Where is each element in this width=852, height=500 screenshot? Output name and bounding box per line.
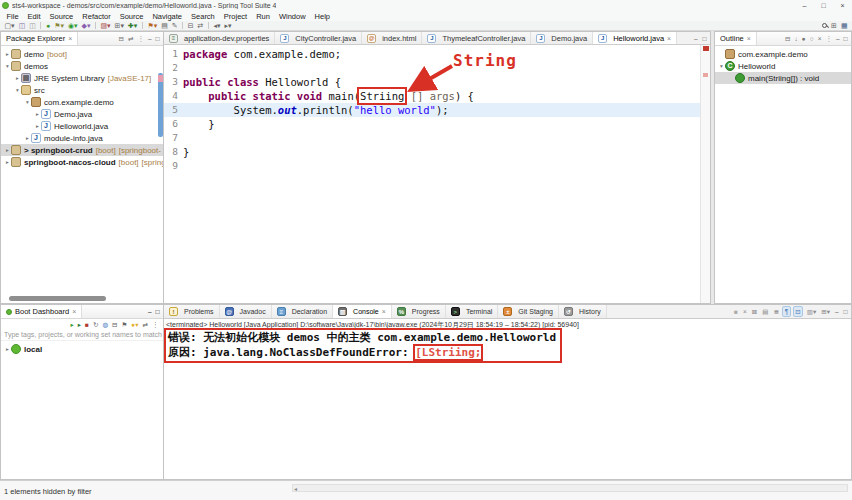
expand-arrow-icon[interactable]: ▸ bbox=[24, 135, 31, 141]
remove-all-launches-icon[interactable]: ⊠ bbox=[750, 307, 758, 316]
expand-arrow-icon[interactable]: ▾ bbox=[718, 63, 725, 69]
maximize-panel-icon[interactable]: □ bbox=[842, 307, 849, 316]
tab-git-staging[interactable]: ±Git Staging bbox=[498, 305, 559, 318]
tab-package-explorer[interactable]: Package Explorer × bbox=[1, 32, 78, 45]
new-task-icon[interactable]: ✎ bbox=[170, 21, 179, 30]
expand-arrow-icon[interactable]: ▾ bbox=[4, 63, 11, 69]
tab-javadoc[interactable]: @Javadoc bbox=[220, 305, 272, 318]
code-editor[interactable]: 1package com.example.demo;23public class… bbox=[164, 45, 700, 303]
boot-filter-input[interactable]: Type tags, projects, or working set name… bbox=[1, 329, 163, 341]
open-console-icon[interactable]: ⊞▾ bbox=[820, 307, 832, 316]
skip-breakpoints-icon[interactable]: ● bbox=[44, 21, 51, 30]
minimize-button[interactable]: – bbox=[795, 0, 814, 11]
link-with-editor-icon[interactable]: ⇄ bbox=[196, 21, 205, 30]
tree-item[interactable]: ▸JDemo.java bbox=[1, 108, 163, 120]
code-line[interactable]: 1package com.example.demo; bbox=[164, 47, 700, 61]
forward-icon[interactable]: ▸▾ bbox=[223, 21, 233, 30]
search-icon[interactable] bbox=[821, 21, 829, 30]
expand-arrow-icon[interactable]: ▸ bbox=[4, 159, 11, 165]
close-button[interactable]: × bbox=[833, 0, 852, 11]
sort-icon[interactable]: ↓ bbox=[793, 34, 799, 43]
console-horizontal-scrollbar[interactable]: ◂ bbox=[292, 484, 848, 492]
tree-item[interactable]: ▸local bbox=[1, 343, 163, 355]
stop-icon[interactable]: ■ bbox=[84, 320, 91, 329]
hide-non-public-icon[interactable]: × bbox=[816, 34, 823, 43]
tab-demo-java[interactable]: JDemo.java bbox=[531, 32, 593, 44]
clear-console-icon[interactable]: ▤ bbox=[761, 307, 770, 316]
collapse-all-icon[interactable]: ⊟ bbox=[784, 34, 792, 43]
tab-declaration[interactable]: ≡Declaration bbox=[272, 305, 333, 318]
tab-thymeleafcontroller-java[interactable]: JThymeleafController.java bbox=[422, 32, 531, 44]
tag-icon[interactable]: ⚑ bbox=[120, 320, 129, 329]
expand-arrow-icon[interactable]: ▸ bbox=[34, 111, 41, 117]
hide-static-members-icon[interactable]: ○ bbox=[808, 34, 815, 43]
code-line[interactable]: 7 bbox=[164, 131, 700, 145]
tab-terminal[interactable]: >Terminal bbox=[446, 305, 498, 318]
open-perspective-icon[interactable]: ⊞ bbox=[830, 21, 839, 30]
menu-help[interactable]: Help bbox=[310, 12, 334, 21]
minimize-panel-icon[interactable]: – bbox=[834, 34, 841, 43]
tab-application-dev-properties[interactable]: ≡application-dev.properties bbox=[164, 32, 275, 44]
menu-navigate[interactable]: Navigate bbox=[148, 12, 187, 21]
tree-item[interactable]: ▾demos bbox=[1, 60, 163, 72]
tab-index-html[interactable]: @index.html bbox=[362, 32, 422, 44]
maximize-editor-icon[interactable]: □ bbox=[701, 34, 708, 43]
tree-item[interactable]: ▸springboot-nacos-cloud[boot][spring bbox=[1, 156, 163, 168]
tree-item[interactable]: ▸JHelloworld.java bbox=[1, 120, 163, 132]
pin-console-icon[interactable]: ⊡ bbox=[793, 306, 803, 317]
close-icon[interactable]: × bbox=[667, 35, 671, 42]
code-line[interactable]: 9 bbox=[164, 159, 700, 173]
maximize-panel-icon[interactable]: □ bbox=[842, 34, 849, 43]
word-wrap-icon[interactable]: ¶ bbox=[782, 306, 791, 317]
tree-item[interactable]: ▸▤JRE System Library[JavaSE-17] bbox=[1, 72, 163, 84]
link-editor-icon[interactable]: ⇄ bbox=[126, 34, 134, 43]
hide-fields-icon[interactable]: ● bbox=[800, 34, 807, 43]
tab-progress[interactable]: %Progress bbox=[392, 305, 446, 318]
collapse-icon[interactable]: ⊟ bbox=[186, 21, 195, 30]
scroll-lock-icon[interactable]: ≣ bbox=[772, 307, 780, 316]
save-icon[interactable]: ◫ bbox=[17, 21, 27, 30]
menu-project[interactable]: Project bbox=[219, 12, 251, 21]
display-console-icon[interactable]: ▥▾ bbox=[805, 307, 817, 316]
tab-problems[interactable]: !Problems bbox=[164, 305, 220, 318]
code-line[interactable]: 5 System.out.println("hello world"); bbox=[164, 103, 700, 117]
tab-outline[interactable]: Outline × bbox=[715, 32, 757, 45]
expand-arrow-icon[interactable]: ▾ bbox=[24, 99, 31, 105]
tree-item[interactable]: com.example.demo bbox=[715, 48, 851, 60]
start-icon[interactable]: ▸ bbox=[69, 320, 75, 329]
save-all-icon[interactable]: ◫ bbox=[28, 21, 38, 30]
pkg-horizontal-scrollbar[interactable] bbox=[9, 296, 106, 301]
code-line[interactable]: 8} bbox=[164, 145, 700, 159]
minimize-panel-icon[interactable]: – bbox=[146, 307, 153, 316]
collapse-all-icon[interactable]: ⊟ bbox=[117, 34, 125, 43]
view-menu-icon[interactable]: ⋮ bbox=[824, 34, 834, 43]
tab-citycontroller-java[interactable]: JCityController.java bbox=[275, 32, 362, 44]
tab-console[interactable]: ▥Console× bbox=[333, 305, 392, 318]
warning-marker-icon[interactable] bbox=[703, 73, 708, 77]
close-icon[interactable]: × bbox=[747, 35, 751, 42]
minimize-panel-icon[interactable]: – bbox=[146, 34, 153, 43]
menu-search[interactable]: Search bbox=[187, 12, 220, 21]
run-icon[interactable]: ◉▾ bbox=[66, 21, 79, 30]
menu-edit[interactable]: Edit bbox=[23, 12, 45, 21]
tab-boot-dashboard[interactable]: Boot Dashboard × bbox=[1, 305, 82, 318]
maximize-button[interactable]: □ bbox=[814, 0, 833, 11]
tab-helloworld-java[interactable]: JHelloworld.java× bbox=[593, 32, 677, 44]
tree-item[interactable]: ▸> springboot-crud[boot][springboot- bbox=[1, 144, 163, 156]
debug-start-icon[interactable]: ▸ bbox=[76, 320, 82, 329]
tree-item[interactable]: ▾com.example.demo bbox=[1, 96, 163, 108]
view-menu-icon[interactable]: ⋮ bbox=[136, 34, 146, 43]
scroll-left-icon[interactable]: ◂ bbox=[293, 485, 297, 492]
error-marker-icon[interactable] bbox=[703, 46, 709, 51]
maximize-panel-icon[interactable]: □ bbox=[154, 307, 161, 316]
tab-history[interactable]: ↺History bbox=[559, 305, 607, 318]
expand-arrow-icon[interactable]: ▸ bbox=[4, 346, 11, 352]
tree-item[interactable]: ▸Jmodule-info.java bbox=[1, 132, 163, 144]
open-browser-icon[interactable]: ◍ bbox=[101, 320, 110, 329]
coverage-icon[interactable]: ▨▾ bbox=[99, 21, 112, 30]
menu-window[interactable]: Window bbox=[274, 12, 310, 21]
tree-item[interactable]: ▾src bbox=[1, 84, 163, 96]
java-perspective-icon[interactable]: ▦ bbox=[839, 21, 849, 30]
open-type-icon[interactable]: ▤ bbox=[160, 21, 170, 30]
remove-launch-icon[interactable]: × bbox=[742, 307, 749, 316]
